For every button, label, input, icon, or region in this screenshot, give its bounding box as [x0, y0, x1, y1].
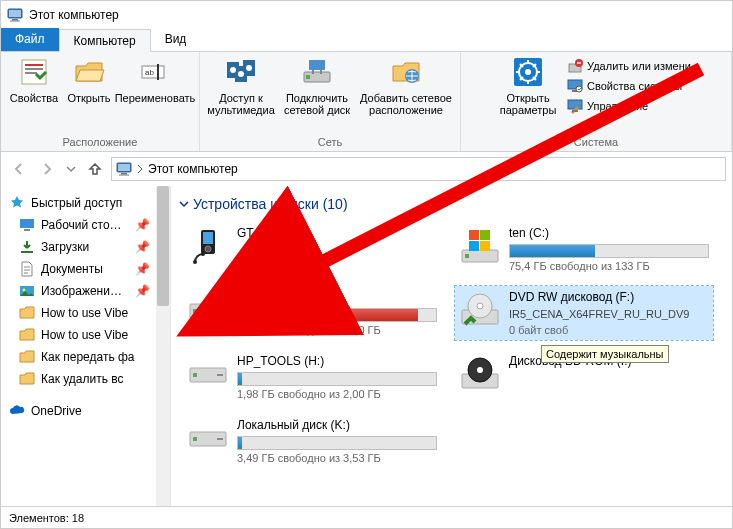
breadcrumb-chevron-icon[interactable] — [136, 164, 144, 174]
onedrive-icon — [9, 403, 25, 419]
sidebar-item-documents[interactable]: Документы📌 — [1, 258, 170, 280]
drive-status: 1,98 ГБ свободно из 2,00 ГБ — [237, 388, 437, 400]
svg-rect-18 — [306, 75, 310, 79]
svg-point-55 — [477, 303, 483, 309]
folder-icon — [19, 327, 35, 343]
drive-icon — [187, 354, 229, 396]
sidebar-item-downloads[interactable]: Загрузки📌 — [1, 236, 170, 258]
drive-item[interactable]: ten (C:) 75,4 ГБ свободно из 133 ГБ — [455, 222, 713, 276]
nav-back-button[interactable] — [7, 157, 31, 181]
manage-button[interactable]: Управление — [563, 96, 695, 116]
pictures-icon — [19, 283, 35, 299]
drive-usage-bar — [237, 372, 437, 386]
svg-rect-45 — [465, 254, 469, 258]
folder-icon — [19, 371, 35, 387]
svg-rect-36 — [21, 251, 33, 253]
svg-rect-10 — [157, 64, 159, 80]
breadcrumb[interactable]: Этот компьютер — [148, 162, 238, 176]
sidebar-scrollbar[interactable] — [156, 186, 170, 506]
desktop-icon — [19, 217, 35, 233]
tooltip: Содержит музыкальны — [541, 345, 669, 363]
drive-item[interactable]: GT-I8160 — [183, 222, 441, 276]
svg-rect-40 — [203, 232, 213, 244]
svg-rect-48 — [469, 241, 479, 251]
svg-point-16 — [246, 65, 252, 71]
drive-status: 75,4 ГБ свободно из 133 ГБ — [509, 260, 709, 272]
nav-forward-button[interactable] — [35, 157, 59, 181]
drive-name: Локальный диск (K:) — [237, 418, 437, 432]
rename-icon: ab — [139, 56, 171, 88]
add-network-location-button[interactable]: Добавить сетевое расположение — [356, 54, 456, 118]
svg-rect-33 — [119, 175, 129, 176]
group-system: Открыть параметры Удалить или измени Сво… — [461, 52, 732, 151]
drive-icon — [459, 226, 501, 268]
svg-rect-51 — [193, 309, 197, 313]
sidebar-onedrive[interactable]: OneDrive — [1, 400, 170, 422]
svg-point-42 — [193, 260, 197, 264]
drive-item[interactable]: HP_TOOLS (H:) 1,98 ГБ свободно из 2,00 Г… — [183, 350, 441, 404]
sidebar-quick-access[interactable]: Быстрый доступ — [1, 192, 170, 214]
open-button[interactable]: Открыть — [63, 54, 115, 118]
add-netloc-icon — [390, 56, 422, 88]
address-row: Этот компьютер — [1, 152, 732, 186]
drive-usage-bar — [509, 244, 709, 258]
section-devices-and-drives[interactable]: Устройства и диски (10) — [179, 192, 724, 222]
drive-item[interactable]: DVD RW дисковод (F:) IR5_CENA_X64FREV_RU… — [455, 286, 713, 340]
svg-rect-46 — [469, 230, 479, 240]
svg-point-41 — [205, 246, 211, 252]
svg-rect-7 — [25, 72, 37, 74]
sidebar-item-folder[interactable]: Как передать фа — [1, 346, 170, 368]
system-properties-button[interactable]: Свойства системы — [563, 76, 695, 96]
drive-item[interactable]: store (E:) 8,47 ГБ свободно из 95,0 ГБ — [183, 286, 441, 340]
drive-icon — [187, 418, 229, 460]
svg-rect-6 — [25, 68, 43, 70]
open-settings-button[interactable]: Открыть параметры — [495, 54, 561, 118]
group-network: Доступ к мультимедиа Подключить сетевой … — [200, 52, 461, 151]
nav-history-button[interactable] — [63, 157, 79, 181]
content-area: Устройства и диски (10) GT-I8160 ten (C:… — [171, 186, 732, 506]
sidebar-item-pictures[interactable]: Изображени…📌 — [1, 280, 170, 302]
svg-text:ab: ab — [145, 68, 154, 77]
sidebar-item-folder[interactable]: Как удалить вс — [1, 368, 170, 390]
pin-icon: 📌 — [135, 240, 150, 254]
uninstall-change-button[interactable]: Удалить или измени — [563, 56, 695, 76]
svg-rect-32 — [121, 173, 127, 175]
computer-icon — [7, 7, 23, 23]
sidebar-item-folder[interactable]: How to use Vibe — [1, 324, 170, 346]
svg-point-15 — [238, 71, 244, 77]
nav-up-button[interactable] — [83, 157, 107, 181]
properties-icon — [18, 56, 50, 88]
ribbon: Свойства Открыть ab Переименовать Распол… — [1, 52, 732, 152]
drive-status: 0 байт своб — [509, 324, 709, 336]
drive-status: 8,47 ГБ свободно из 95,0 ГБ — [237, 324, 437, 336]
properties-button[interactable]: Свойства — [5, 54, 63, 118]
media-access-button[interactable]: Доступ к мультимедиа — [204, 54, 278, 118]
svg-rect-31 — [118, 164, 130, 171]
svg-rect-29 — [572, 110, 578, 112]
sidebar-item-desktop[interactable]: Рабочий сто…📌 — [1, 214, 170, 236]
drive-icon — [187, 290, 229, 332]
map-drive-button[interactable]: Подключить сетевой диск — [278, 54, 356, 118]
rename-button[interactable]: ab Переименовать — [115, 54, 195, 118]
drive-item[interactable]: Локальный диск (K:) 3,49 ГБ свободно из … — [183, 414, 441, 468]
pin-icon: 📌 — [135, 262, 150, 276]
svg-point-14 — [230, 67, 236, 73]
map-drive-icon — [301, 56, 333, 88]
sidebar-item-folder[interactable]: How to use Vibe — [1, 302, 170, 324]
svg-rect-34 — [20, 219, 34, 228]
drive-name: ten (C:) — [509, 226, 709, 240]
svg-point-38 — [23, 289, 26, 292]
drive-name: store (E:) — [237, 290, 437, 304]
svg-rect-2 — [12, 19, 18, 21]
svg-rect-35 — [24, 229, 30, 231]
tab-view[interactable]: Вид — [151, 28, 201, 51]
folder-icon — [19, 349, 35, 365]
address-bar[interactable]: Этот компьютер — [111, 157, 726, 181]
status-bar: Элементов: 18 — [1, 506, 732, 528]
drive-name: HP_TOOLS (H:) — [237, 354, 437, 368]
svg-rect-63 — [193, 437, 197, 441]
scrollbar-thumb[interactable] — [157, 186, 169, 306]
tab-computer[interactable]: Компьютер — [59, 29, 151, 52]
svg-rect-52 — [217, 310, 223, 312]
tab-file[interactable]: Файл — [1, 28, 59, 51]
